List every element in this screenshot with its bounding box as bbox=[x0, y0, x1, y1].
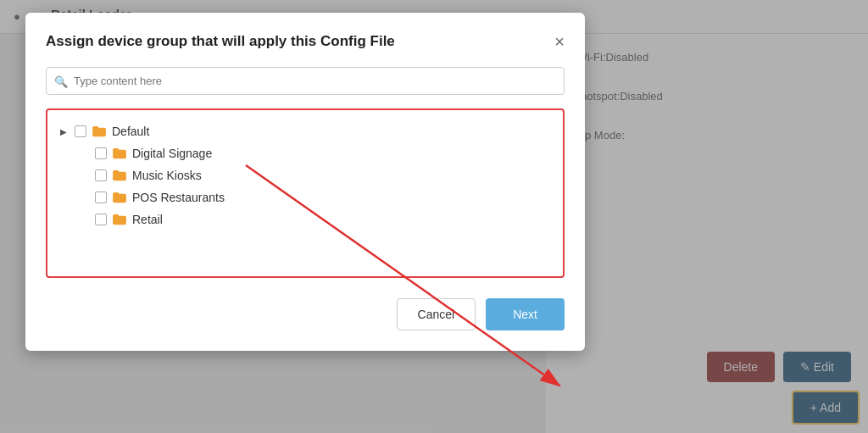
folder-icon-digital-signage bbox=[112, 147, 127, 159]
tree-item-digital-signage-label: Digital Signage bbox=[132, 147, 212, 160]
folder-icon-music-kiosks bbox=[112, 169, 127, 181]
expand-icon[interactable]: ▶ bbox=[58, 125, 70, 137]
tree-item-music-kiosks-label: Music Kiosks bbox=[132, 169, 202, 182]
tree-item-default[interactable]: ▶ Default bbox=[58, 120, 553, 142]
folder-icon-retail bbox=[112, 214, 127, 225]
tree-item-retail[interactable]: ▶ Retail bbox=[58, 208, 553, 230]
next-button[interactable]: Next bbox=[486, 298, 565, 330]
checkbox-default[interactable] bbox=[75, 125, 86, 137]
folder-icon-pos-restaurants bbox=[112, 192, 127, 203]
search-input[interactable] bbox=[46, 67, 565, 95]
close-button[interactable]: × bbox=[554, 33, 565, 50]
folder-icon-default bbox=[92, 125, 107, 137]
tree-item-pos-restaurants[interactable]: ▶ POS Restaurants bbox=[58, 186, 553, 208]
checkbox-retail[interactable] bbox=[95, 214, 107, 225]
search-box: 🔍 bbox=[46, 67, 565, 95]
checkbox-pos-restaurants[interactable] bbox=[95, 192, 107, 203]
tree-item-music-kiosks[interactable]: ▶ Music Kiosks bbox=[58, 164, 553, 186]
modal-header: Assign device group that will apply this… bbox=[46, 33, 565, 50]
tree-item-digital-signage[interactable]: ▶ Digital Signage bbox=[58, 142, 553, 164]
tree-item-pos-restaurants-label: POS Restaurants bbox=[132, 191, 225, 204]
modal-title: Assign device group that will apply this… bbox=[46, 33, 554, 50]
checkbox-digital-signage[interactable] bbox=[95, 147, 107, 159]
tree-item-default-label: Default bbox=[112, 125, 149, 138]
tree-item-retail-label: Retail bbox=[132, 213, 163, 226]
checkbox-music-kiosks[interactable] bbox=[95, 169, 107, 181]
search-icon: 🔍 bbox=[54, 75, 68, 87]
modal-footer: Cancel Next bbox=[46, 295, 565, 330]
cancel-button[interactable]: Cancel bbox=[397, 298, 476, 330]
device-group-tree: ▶ Default ▶ Digital Signage ▶ Music Kios… bbox=[46, 108, 565, 278]
modal-dialog: Assign device group that will apply this… bbox=[25, 13, 585, 351]
